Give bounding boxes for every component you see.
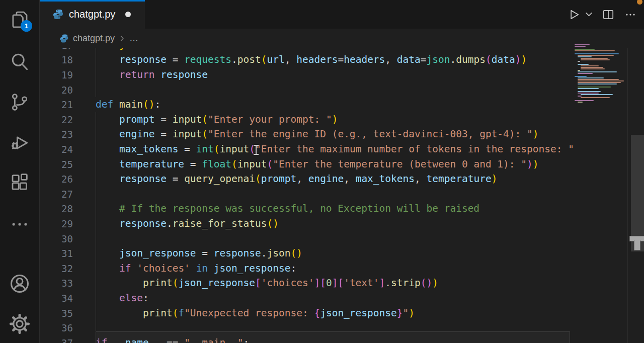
minimap-line [575, 52, 627, 53]
source-control-icon[interactable] [0, 87, 39, 118]
minimap-line [575, 44, 590, 45]
text-cursor-ibeam-icon [253, 145, 259, 155]
explorer-badge: 1 [21, 20, 32, 32]
python-file-icon [52, 9, 64, 20]
minimap-line [578, 82, 621, 83]
tab-chatgpt-py[interactable]: chatgpt.py [39, 0, 145, 29]
minimap-line [575, 85, 627, 86]
minimap-line [575, 100, 594, 101]
minimap[interactable] [575, 44, 627, 343]
minimap-line [575, 99, 627, 100]
minimap-line [581, 58, 608, 59]
code-line[interactable]: temperature = float(input("Enter the tem… [96, 157, 539, 172]
breadcrumb-more[interactable]: … [129, 33, 139, 44]
code-line[interactable]: engine = input("Enter the engine ID (e.g… [96, 127, 539, 142]
editor-actions [567, 0, 637, 29]
tab-label: chatgpt.py [69, 9, 115, 20]
minimap-line [575, 46, 586, 47]
breadcrumb: chatgpt.py … [39, 29, 644, 48]
minimap-line [578, 93, 599, 94]
code-line[interactable]: print(json_response['choices'][0]['text'… [96, 276, 438, 291]
code-line[interactable]: def main(): [96, 97, 160, 112]
more-actions-icon[interactable] [0, 209, 39, 240]
scrollbar-divider [627, 48, 628, 343]
code-line[interactable]: if 'choices' in json_response: [96, 261, 296, 276]
minimap-line [578, 71, 617, 72]
extensions-icon[interactable] [0, 167, 39, 198]
code-line[interactable]: return response [96, 67, 208, 82]
code-editor[interactable]: 1718192021222324252627282930313233343536… [39, 48, 644, 343]
split-editor-icon[interactable] [602, 8, 615, 21]
code-line[interactable]: max_tokens = int(input("Enter the maximu… [96, 142, 574, 157]
code-line[interactable]: } [96, 48, 125, 53]
explorer-icon[interactable] [0, 4, 39, 35]
minimap-line [581, 97, 610, 98]
minimap-line [578, 96, 582, 97]
minimap-line [578, 91, 601, 92]
code-layer: } response = requests.post(url, headers=… [39, 48, 574, 343]
minimap-line [578, 64, 589, 65]
code-line[interactable]: response = query_openai(prompt, engine, … [96, 172, 497, 187]
minimap-line [578, 80, 624, 81]
account-icon[interactable] [0, 268, 39, 299]
more-editor-actions-icon[interactable] [624, 8, 637, 21]
code-line[interactable]: json_response = response.json() [96, 246, 302, 261]
minimap-line [578, 70, 580, 71]
minimap-line [578, 102, 583, 103]
minimap-line [575, 47, 627, 48]
code-line[interactable]: # If the response was successful, no Exc… [96, 201, 479, 216]
minimap-line [578, 88, 599, 89]
minimap-line [575, 76, 587, 77]
minimap-line [578, 56, 592, 57]
code-line[interactable]: prompt = input("Enter your prompt: ") [96, 112, 338, 127]
minimap-line [578, 79, 619, 80]
minimap-line [575, 53, 619, 54]
minimap-line [581, 59, 610, 60]
run-file-icon[interactable] [567, 8, 580, 21]
minimap-line [575, 74, 627, 75]
minimap-line [578, 73, 593, 74]
run-dropdown-chevron-icon[interactable] [585, 11, 593, 18]
minimap-line [575, 50, 615, 51]
search-icon[interactable] [0, 46, 39, 77]
settings-gear-icon[interactable] [0, 308, 39, 339]
minimap-line [578, 61, 580, 62]
minimap-line [578, 83, 617, 84]
activity-bar: 1 [0, 0, 40, 343]
minimap-line [578, 77, 604, 78]
code-line[interactable]: if __name__ == "__main__": [96, 335, 249, 343]
recording-dot [637, 0, 642, 5]
minimap-line [575, 62, 627, 63]
code-line[interactable]: else: [96, 291, 149, 306]
minimap-line [578, 55, 614, 56]
python-file-icon-small [59, 34, 69, 43]
run-debug-icon[interactable] [0, 127, 39, 158]
code-line[interactable]: response.raise_for_status() [96, 216, 279, 231]
minimap-line [575, 49, 595, 50]
scrollbar-thumb[interactable] [631, 135, 644, 251]
code-line[interactable]: response = requests.post(url, headers=he… [96, 52, 527, 67]
minimap-line [581, 67, 603, 68]
minimap-line [581, 68, 605, 69]
tab-bar: chatgpt.py [39, 0, 644, 29]
mouse-cursor-icon [629, 236, 644, 251]
breadcrumb-chevron-icon [119, 35, 125, 42]
breadcrumb-file[interactable]: chatgpt.py [73, 33, 115, 44]
minimap-line [581, 94, 613, 95]
minimap-line [581, 65, 599, 66]
active-tab-accent [39, 0, 145, 2]
tab-modified-dot[interactable] [125, 12, 131, 17]
minimap-line [575, 90, 627, 91]
minimap-line [578, 87, 611, 88]
vscode-window: { "activity": { "explorer_badge": "1" },… [0, 0, 644, 343]
code-line[interactable]: print(f"Unexpected response: {json_respo… [96, 306, 415, 321]
